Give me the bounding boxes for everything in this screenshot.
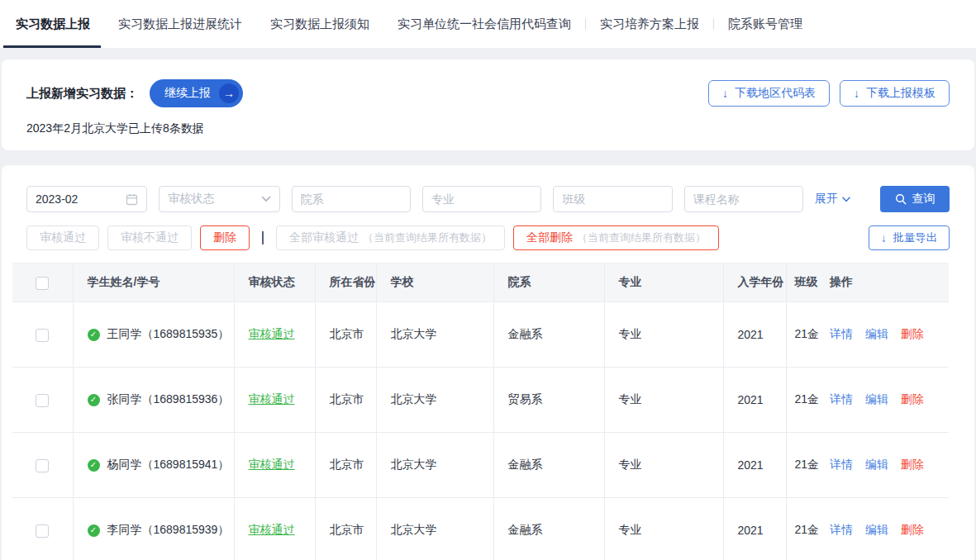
dept-cell: 金融系	[493, 302, 604, 368]
select-all-checkbox[interactable]	[36, 277, 49, 290]
edit-link[interactable]: 编辑	[865, 327, 888, 340]
search-button[interactable]: 查询	[880, 186, 950, 212]
status-select-placeholder: 审核状态	[168, 192, 260, 206]
header-dept: 院系	[493, 263, 604, 302]
header-student-name: 学生姓名/学号	[73, 263, 234, 302]
course-input[interactable]	[693, 192, 794, 206]
dept-cell: 金融系	[493, 498, 604, 560]
detail-link[interactable]: 详情	[830, 458, 853, 471]
year-cell: 2021	[723, 498, 786, 560]
student-name: 张同学（1689815936）	[107, 392, 230, 407]
approved-check-icon: ✓	[88, 329, 100, 341]
month-picker[interactable]	[26, 186, 147, 212]
continue-report-button[interactable]: 继续上报 →	[150, 79, 243, 107]
table-header-row: 学生姓名/学号 审核状态 所在省份 学校 院系 专业 入学年份 班级 操作	[12, 263, 949, 302]
search-button-label: 查询	[912, 192, 936, 206]
header-actions: 操作	[818, 263, 949, 302]
edit-link[interactable]: 编辑	[865, 458, 888, 471]
download-template-label: 下载上报模板	[866, 86, 936, 101]
status-link[interactable]: 审核通过	[249, 327, 295, 340]
header-status: 审核状态	[234, 263, 315, 302]
approved-check-icon: ✓	[88, 394, 100, 406]
province-cell: 北京市	[315, 368, 376, 433]
school-cell: 北京大学	[376, 368, 493, 433]
chevron-down-icon	[842, 197, 850, 202]
edit-link[interactable]: 编辑	[865, 392, 888, 406]
month-input[interactable]	[36, 192, 126, 206]
status-link[interactable]: 审核通过	[249, 392, 295, 406]
top-tab-bar: 实习数据上报 实习数据上报进展统计 实习数据上报须知 实习单位统一社会信用代码查…	[0, 0, 976, 48]
major-cell: 专业	[604, 302, 723, 368]
dept-cell: 贸易系	[493, 368, 604, 433]
expand-label: 展开	[815, 192, 838, 206]
delete-link[interactable]: 删除	[901, 392, 924, 406]
class-field[interactable]	[553, 186, 672, 212]
year-cell: 2021	[723, 302, 786, 368]
vertical-divider	[262, 231, 264, 244]
delete-button[interactable]: 删除	[200, 225, 250, 250]
status-link[interactable]: 审核通过	[249, 523, 295, 536]
major-input[interactable]	[431, 192, 532, 206]
major-cell: 专业	[604, 368, 723, 433]
major-field[interactable]	[422, 186, 541, 212]
province-cell: 北京市	[315, 433, 376, 498]
report-panel: 上报新增实习数据： 继续上报 → ↓ 下载地区代码表 ↓ 下载上报模板 2023…	[2, 59, 974, 150]
edit-link[interactable]: 编辑	[865, 523, 888, 536]
year-cell: 2021	[723, 368, 786, 433]
delete-all-note: （当前查询结果所有数据）	[577, 230, 706, 245]
class-input[interactable]	[562, 192, 663, 206]
header-major: 专业	[604, 263, 723, 302]
detail-link[interactable]: 详情	[830, 327, 853, 340]
row-checkbox[interactable]	[36, 394, 49, 407]
reject-button[interactable]: 审核不通过	[107, 225, 192, 250]
tab-training-plan-report[interactable]: 实习培养方案上报	[586, 0, 713, 48]
tab-credit-code-query[interactable]: 实习单位统一社会信用代码查询	[383, 0, 585, 48]
dept-field[interactable]	[292, 186, 411, 212]
student-name: 王同学（1689815935）	[107, 327, 230, 342]
arrow-right-icon: →	[219, 83, 239, 103]
download-icon: ↓	[854, 87, 859, 100]
student-name: 杨同学（1689815941）	[107, 458, 230, 472]
school-cell: 北京大学	[376, 498, 493, 560]
delete-link[interactable]: 删除	[901, 327, 924, 340]
tab-label: 实习数据上报	[16, 17, 90, 32]
chevron-down-icon	[261, 196, 271, 202]
delete-link[interactable]: 删除	[901, 458, 924, 471]
row-checkbox[interactable]	[36, 329, 49, 342]
tab-progress-statistics[interactable]: 实习数据上报进展统计	[104, 0, 256, 48]
approve-button[interactable]: 审核通过	[26, 225, 99, 250]
class-cell: 21金	[786, 433, 818, 498]
detail-link[interactable]: 详情	[830, 392, 853, 406]
download-template-button[interactable]: ↓ 下载上报模板	[840, 80, 950, 107]
province-cell: 北京市	[315, 302, 376, 368]
table-row: ✓ 李同学（1689815939） 审核通过 北京市 北京大学 金融系 专业 2…	[12, 498, 949, 560]
delete-all-button[interactable]: 全部删除 （当前查询结果所有数据）	[513, 225, 719, 250]
dept-input[interactable]	[301, 192, 402, 206]
student-name: 李同学（1689815939）	[107, 523, 230, 538]
status-select[interactable]: 审核状态	[159, 186, 279, 212]
calendar-icon	[126, 193, 138, 206]
header-province: 所在省份	[315, 263, 376, 302]
table-row: ✓ 王同学（1689815935） 审核通过 北京市 北京大学 金融系 专业 2…	[12, 302, 949, 368]
school-cell: 北京大学	[376, 433, 493, 498]
tab-report-notice[interactable]: 实习数据上报须知	[256, 0, 383, 48]
tab-department-account[interactable]: 院系账号管理	[714, 0, 817, 48]
status-link[interactable]: 审核通过	[249, 458, 295, 471]
row-checkbox[interactable]	[36, 524, 49, 538]
delete-link[interactable]: 删除	[901, 523, 924, 536]
tab-label: 实习数据上报进展统计	[118, 17, 242, 32]
batch-export-button[interactable]: ↓ 批量导出	[869, 225, 950, 250]
header-year: 入学年份	[723, 263, 786, 302]
filter-row: 审核状态 展开 查询	[2, 165, 974, 212]
tab-internship-data-report[interactable]: 实习数据上报	[2, 0, 104, 48]
expand-filters-link[interactable]: 展开	[815, 192, 850, 206]
province-cell: 北京市	[315, 498, 376, 560]
course-field[interactable]	[684, 186, 803, 212]
class-cell: 21金	[786, 302, 818, 368]
approve-all-button[interactable]: 全部审核通过 （当前查询结果所有数据）	[276, 225, 505, 250]
download-area-code-button[interactable]: ↓ 下载地区代码表	[708, 80, 830, 107]
school-cell: 北京大学	[376, 302, 493, 368]
row-checkbox[interactable]	[36, 459, 49, 472]
class-cell: 21金	[786, 498, 818, 560]
detail-link[interactable]: 详情	[830, 523, 853, 536]
